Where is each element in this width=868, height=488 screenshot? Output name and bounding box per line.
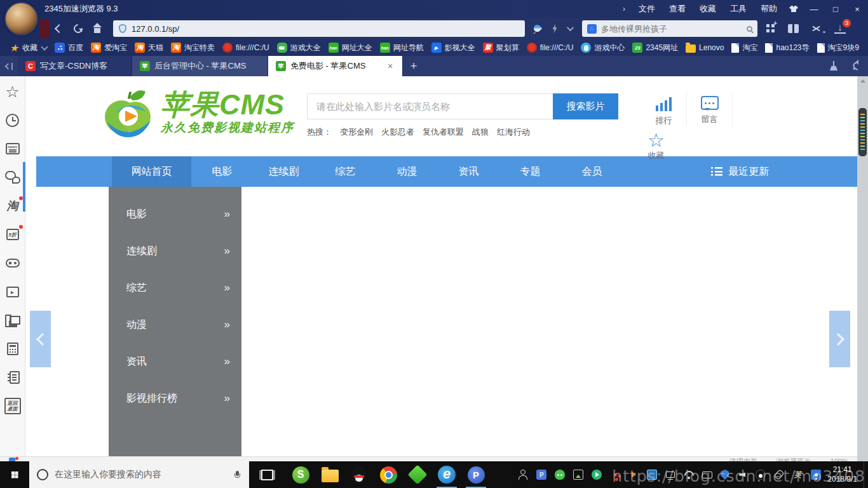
extensions-icon[interactable] — [766, 24, 775, 33]
browser-tab[interactable]: 写文章-CSDN博客 × — [18, 56, 132, 76]
nav-item[interactable]: 专题 — [499, 156, 561, 187]
tray-icon[interactable] — [610, 470, 620, 480]
speed-mode-icon[interactable] — [552, 24, 558, 34]
task-view-button[interactable] — [253, 461, 281, 488]
user-avatar[interactable] — [4, 2, 38, 36]
bookmarks-overflow-icon[interactable]: » — [863, 43, 868, 53]
bookmark-item[interactable]: 淘宝9块9 — [813, 39, 863, 56]
microphone-icon[interactable] — [234, 471, 240, 479]
carousel-next-button[interactable] — [829, 311, 850, 367]
hot-item[interactable]: 复仇者联盟 — [423, 126, 464, 138]
side-rail-item[interactable]: 5折 — [3, 227, 23, 242]
bookmark-item[interactable]: file:///C:/U — [523, 39, 578, 56]
dropdown-item[interactable]: 影视排行榜 » — [109, 380, 241, 417]
new-tab-button[interactable]: + — [403, 56, 424, 76]
bookmark-item[interactable]: 2345网址 — [628, 39, 682, 56]
quick-search-input[interactable] — [601, 24, 728, 34]
side-rail-item[interactable] — [3, 84, 23, 99]
quick-link[interactable]: 留言 — [687, 93, 733, 126]
bookmark-item[interactable]: file:///C:/U — [219, 39, 273, 56]
hot-item[interactable]: 红海行动 — [497, 126, 530, 138]
dropdown-item[interactable]: 综艺 » — [109, 269, 241, 306]
bookmark-item[interactable]: 淘宝 — [728, 39, 761, 56]
tray-icon[interactable] — [573, 470, 583, 480]
tray-icon[interactable] — [684, 470, 694, 480]
bookmark-item[interactable]: 爱淘宝 — [87, 39, 131, 56]
hot-item[interactable]: 战狼 — [472, 126, 489, 138]
movie-search-input[interactable] — [307, 93, 553, 119]
nav-item[interactable]: 电影 — [191, 156, 253, 187]
carousel-prev-button[interactable] — [30, 311, 51, 367]
address-bar[interactable] — [113, 20, 525, 37]
favorite-block[interactable]: ☆ 收藏 — [648, 131, 665, 161]
tray-icon[interactable] — [811, 470, 821, 480]
side-rail-item[interactable] — [3, 313, 23, 328]
hot-item[interactable]: 火影忍者 — [381, 126, 414, 138]
taskbar-app[interactable] — [461, 461, 491, 488]
recent-updates-link[interactable]: 最近更新 — [711, 156, 769, 187]
screenshot-icon[interactable] — [811, 24, 822, 33]
tray-icon[interactable] — [737, 470, 747, 480]
taskbar-app[interactable] — [403, 461, 432, 488]
nav-item[interactable]: 动漫 — [376, 156, 438, 187]
tray-icon[interactable] — [721, 470, 729, 480]
close-button[interactable]: × — [846, 0, 868, 18]
tray-icon[interactable]: 英 — [792, 470, 803, 480]
taskbar-app[interactable] — [344, 461, 374, 488]
menu-item[interactable]: 帮助 — [754, 0, 784, 18]
side-rail-item[interactable]: 淘 — [3, 198, 23, 214]
search-icon[interactable] — [747, 26, 752, 32]
tray-icon[interactable] — [647, 470, 657, 480]
bookmark-item[interactable]: 网址导航 — [376, 39, 428, 56]
tray-icon[interactable] — [665, 470, 675, 480]
taskbar-app[interactable] — [432, 461, 461, 488]
side-rail-item[interactable] — [3, 170, 23, 185]
nav-item[interactable]: 资讯 — [438, 156, 499, 187]
skin-theme-icon[interactable] — [784, 0, 803, 18]
tray-icon[interactable] — [536, 470, 546, 480]
bookmark-item[interactable]: 影视大全 — [428, 39, 479, 56]
taskbar-app[interactable] — [315, 461, 344, 488]
taskbar-search[interactable]: 在这里输入你要搜索的内容 — [29, 461, 249, 488]
scrollbar-thumb[interactable] — [858, 108, 867, 156]
tray-icon[interactable] — [774, 470, 784, 480]
hot-item[interactable]: 变形金刚 — [340, 126, 373, 138]
menu-item[interactable]: 查看 — [662, 0, 693, 18]
bookmark-item[interactable]: 聚划算 — [479, 39, 523, 56]
side-rail-item[interactable] — [3, 370, 23, 385]
scroll-up-arrow[interactable] — [857, 76, 868, 85]
tray-icon[interactable] — [518, 470, 528, 480]
taskbar-app[interactable] — [286, 461, 315, 488]
rail-scroll-indicator[interactable] — [23, 162, 25, 212]
browser-tab[interactable]: 免费电影 - 苹果CMS × — [268, 56, 403, 76]
bookmark-item[interactable]: 天猫 — [131, 39, 167, 56]
movie-search-button[interactable]: 搜索影片 — [553, 93, 618, 119]
taskbar-app[interactable] — [374, 461, 403, 488]
tab-scroll-left[interactable] — [0, 56, 18, 76]
address-input[interactable] — [132, 24, 487, 34]
start-button[interactable] — [0, 461, 29, 488]
browser-tab[interactable]: 后台管理中心 - 苹果CMS × — [132, 56, 268, 76]
menu-expand-icon[interactable]: › — [616, 4, 632, 13]
bookmark-item[interactable]: 淘宝特卖 — [167, 39, 219, 56]
nav-item[interactable]: 综艺 — [315, 156, 376, 187]
site-logo[interactable]: 苹果CMS 永久免费影视建站程序 — [104, 86, 294, 140]
taskbar-clock[interactable]: 21:41 2018/9/1 — [825, 465, 864, 484]
bookmark-item[interactable]: Lenovo — [682, 39, 728, 56]
side-rail-item[interactable]: news — [3, 141, 23, 156]
tray-icon[interactable] — [592, 470, 602, 480]
quick-search-box[interactable] — [582, 20, 757, 37]
reader-mode-icon[interactable] — [788, 24, 799, 33]
tray-icon[interactable] — [555, 470, 565, 480]
bookmark-item[interactable]: 网址大全 — [325, 39, 376, 56]
download-icon[interactable]: ↓3 — [834, 24, 846, 34]
security-shield-icon[interactable] — [119, 24, 126, 33]
side-rail-item[interactable] — [3, 112, 23, 128]
refresh-button[interactable] — [69, 19, 88, 38]
minimize-button[interactable]: — — [803, 0, 825, 18]
clean-icon[interactable] — [829, 61, 839, 71]
show-desktop-button[interactable] — [864, 461, 868, 488]
side-rail-item[interactable] — [3, 284, 23, 299]
bookmark-item[interactable]: 百度 — [51, 39, 87, 56]
dropdown-item[interactable]: 连续剧 » — [109, 233, 241, 269]
